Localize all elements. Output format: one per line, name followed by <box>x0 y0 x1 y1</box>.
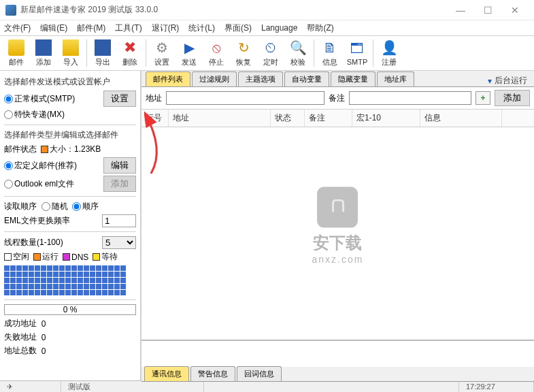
tab-bar: 邮件列表过滤规则主题选项自动变量隐藏变量地址库 ▾ 后台运行 <box>141 71 534 87</box>
column-header[interactable]: 行号 <box>141 110 169 127</box>
toolbar-icon: ⚙ <box>154 39 170 56</box>
table-body[interactable]: 安下载 anxz.com <box>141 127 534 340</box>
menu-item[interactable]: 工具(T) <box>115 22 141 34</box>
edit-button[interactable]: 编辑 <box>103 157 136 174</box>
background-run[interactable]: ▾ 后台运行 <box>488 75 527 86</box>
fail-label: 失败地址 <box>4 331 37 343</box>
threads-select[interactable]: 5 <box>102 236 136 249</box>
mail-status-label: 邮件状态 <box>4 144 37 155</box>
success-label: 成功地址 <box>4 318 37 329</box>
mode-smtp-radio[interactable] <box>4 95 13 103</box>
legend-swatch <box>4 253 12 261</box>
address-label: 地址 <box>146 93 162 104</box>
menu-item[interactable]: 界面(S) <box>224 22 252 34</box>
menu-item[interactable]: 编辑(E) <box>40 22 67 34</box>
toolbar-邮件[interactable]: 邮件 <box>3 36 30 70</box>
watermark-lock-icon <box>317 187 358 228</box>
toolbar-校验[interactable]: 🔍校验 <box>284 36 312 70</box>
toolbar-添加[interactable]: 添加 <box>30 36 57 70</box>
tab-0[interactable]: 邮件列表 <box>146 71 190 86</box>
menu-item[interactable]: 文件(F) <box>4 22 31 34</box>
eml-freq-input[interactable] <box>102 214 136 227</box>
bottom-tab[interactable]: 回词信息 <box>237 366 282 381</box>
type-outlook-radio[interactable] <box>4 180 13 189</box>
mode-smtp-label: 正常模式(SMTP) <box>14 93 75 105</box>
mode-mx-label: 特快专递(MX) <box>14 109 65 120</box>
toolbar-删除[interactable]: ✖删除 <box>116 36 144 70</box>
order-seq-radio[interactable] <box>72 202 81 211</box>
bottom-tab[interactable]: 通讯信息 <box>144 366 189 381</box>
type-macro-radio[interactable] <box>4 161 13 170</box>
toolbar-icon: ▶ <box>181 39 197 56</box>
bottom-tab[interactable]: 警告信息 <box>190 366 235 381</box>
window-title: 新星邮件速递专家 2019 测试版 33.0.0 <box>20 4 447 16</box>
column-header[interactable]: 备注 <box>305 110 352 127</box>
close-button[interactable]: ✕ <box>501 1 529 20</box>
thread-grid <box>4 265 136 295</box>
toolbar-注册[interactable]: 👤注册 <box>376 36 403 70</box>
toolbar-定时[interactable]: ⏲定时 <box>257 36 284 70</box>
toolbar-导入[interactable]: 导入 <box>57 36 84 70</box>
right-panel: 邮件列表过滤规则主题选项自动变量隐藏变量地址库 ▾ 后台运行 地址 备注 + 添… <box>141 71 534 380</box>
menu-item[interactable]: 邮件(M) <box>77 22 105 34</box>
toolbar-发送[interactable]: ▶发送 <box>176 36 203 70</box>
bottom-tab-bar: 通讯信息警告信息回词信息 <box>141 367 534 382</box>
titlebar: 新星邮件速递专家 2019 测试版 33.0.0 — ☐ ✕ <box>0 0 534 20</box>
fail-value: 0 <box>41 333 46 342</box>
tab-4[interactable]: 隐藏变量 <box>331 71 376 86</box>
toolbar-icon: 👤 <box>381 39 397 56</box>
legend-swatch <box>63 253 70 261</box>
mail-type-title: 选择邮件类型并编辑或选择邮件 <box>4 129 136 141</box>
remark-input[interactable] <box>349 91 471 105</box>
toolbar-信息[interactable]: 🗎信息 <box>316 36 344 70</box>
settings-button[interactable]: 设置 <box>103 91 136 107</box>
toolbar-icon: 🗔 <box>349 40 365 56</box>
column-header[interactable]: 宏1-10 <box>352 110 420 127</box>
total-label: 地址总数 <box>4 345 37 357</box>
legend-swatch <box>93 253 100 261</box>
toolbar-SMTP[interactable]: 🗔SMTP <box>344 36 371 70</box>
maximize-button[interactable]: ☐ <box>474 1 501 20</box>
toolbar-icon: 🗎 <box>322 39 338 56</box>
status-color-icon <box>41 146 48 153</box>
menu-item[interactable]: Language <box>261 23 297 33</box>
tab-3[interactable]: 自动变量 <box>284 71 329 86</box>
plus-button[interactable]: + <box>475 91 490 105</box>
toolbar-icon: 🔍 <box>290 39 306 56</box>
toolbar-icon <box>8 39 24 56</box>
paperplane-icon: ✈ <box>7 382 13 391</box>
tab-1[interactable]: 过滤规则 <box>192 71 237 86</box>
add-mail-button[interactable]: 添加 <box>103 176 136 192</box>
toolbar-icon: ⦸ <box>208 39 224 56</box>
watermark: 安下载 anxz.com <box>312 187 364 265</box>
column-header[interactable]: 状态 <box>271 110 305 127</box>
toolbar-设置[interactable]: ⚙设置 <box>148 36 176 70</box>
add-address-button[interactable]: 添加 <box>495 90 530 106</box>
address-input-row: 地址 备注 + 添加 <box>141 87 534 110</box>
toolbar-icon: ⏲ <box>263 39 279 56</box>
mode-mx-radio[interactable] <box>4 110 13 119</box>
menubar: 文件(F)编辑(E)邮件(M)工具(T)退订(R)统计(L)界面(S)Langu… <box>0 20 534 35</box>
tab-5[interactable]: 地址库 <box>377 71 414 86</box>
minimize-button[interactable]: — <box>447 1 474 20</box>
toolbar-icon: ✖ <box>122 39 138 56</box>
menu-item[interactable]: 统计(L) <box>188 22 215 34</box>
order-random-radio[interactable] <box>41 202 50 211</box>
address-input[interactable] <box>166 91 324 105</box>
toolbar-icon <box>63 39 79 56</box>
remark-label: 备注 <box>329 93 345 104</box>
table-header: 行号地址状态备注宏1-10信息 <box>141 110 534 127</box>
toolbar-导出[interactable]: 导出 <box>89 36 116 70</box>
toolbar-恢复[interactable]: ↻恢复 <box>230 36 257 70</box>
menu-item[interactable]: 退订(R) <box>152 22 180 34</box>
column-header[interactable]: 地址 <box>169 110 271 127</box>
toolbar-icon <box>95 39 111 56</box>
success-value: 0 <box>41 319 46 329</box>
toolbar-停止[interactable]: ⦸停止 <box>203 36 230 70</box>
column-header[interactable]: 信息 <box>420 110 502 127</box>
thread-legend: 空闲运行DNS等待 <box>4 251 136 263</box>
toolbar-icon: ↻ <box>235 39 252 56</box>
menu-item[interactable]: 帮助(Z) <box>307 22 333 34</box>
status-version: 测试版 <box>61 381 204 392</box>
tab-2[interactable]: 主题选项 <box>238 71 283 86</box>
